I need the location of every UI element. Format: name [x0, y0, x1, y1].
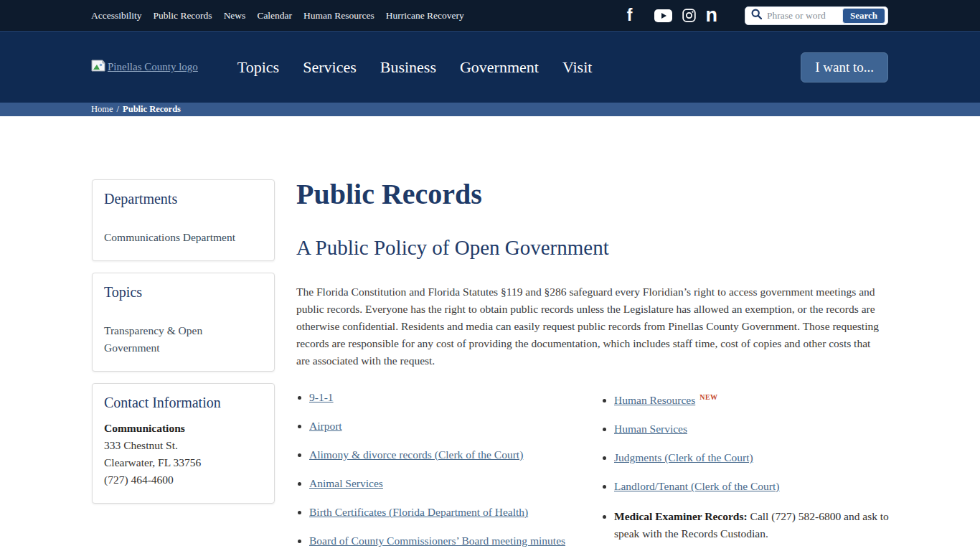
instagram-icon[interactable]: [682, 9, 696, 22]
topics-card: Topics Transparency & Open Government: [92, 273, 275, 372]
topbar-links: AccessibilityPublic RecordsNewsCalendarH…: [91, 10, 464, 22]
logo-alt-text: Pinellas County logo: [108, 61, 198, 73]
records-list-item: 9-1-1: [309, 390, 592, 404]
contact-phone: (727) 464-4600: [104, 471, 263, 489]
departments-heading: Departments: [104, 191, 263, 207]
records-list-item: Judgments (Clerk of the Court): [614, 451, 890, 464]
page-title: Public Records: [296, 179, 890, 209]
social-icons: f n: [627, 7, 717, 24]
main-navbar: Pinellas County logo TopicsServicesBusin…: [0, 31, 980, 103]
site-search: Search: [745, 6, 888, 25]
topbar-link-calendar[interactable]: Calendar: [257, 10, 292, 22]
topbar-link-accessibility[interactable]: Accessibility: [91, 10, 142, 22]
records-link-human-services[interactable]: Human Services: [614, 423, 687, 435]
records-list-item: Human ResourcesNEW: [614, 390, 890, 407]
nav-item-services[interactable]: Services: [303, 58, 357, 77]
nextdoor-icon[interactable]: n: [706, 8, 718, 24]
sidebar-item-transparency-open-government[interactable]: Transparency & Open Government: [104, 322, 219, 357]
search-button[interactable]: Search: [842, 8, 885, 24]
departments-card: Departments Communications Department: [92, 179, 275, 261]
records-list-left: 9-1-1AirportAlimony & divorce records (C…: [296, 390, 592, 551]
records-link-birth-certificates-florida-department-of-health[interactable]: Birth Certificates (Florida Department o…: [309, 506, 528, 518]
contact-heading: Contact Information: [104, 395, 263, 411]
records-link-judgments-clerk-of-the-court[interactable]: Judgments (Clerk of the Court): [614, 451, 753, 463]
records-list-item: Board of County Commissioners’ Board mee…: [309, 534, 592, 547]
primary-nav: TopicsServicesBusinessGovernmentVisit: [237, 58, 593, 77]
main-column: Public Records A Public Policy of Open G…: [296, 179, 890, 551]
nav-item-business[interactable]: Business: [380, 58, 436, 77]
records-list-item: Airport: [309, 419, 592, 433]
records-list-item: Human Services: [614, 422, 890, 435]
contact-address-line2: Clearwater, FL 33756: [104, 454, 263, 471]
sidebar-item-communications-department[interactable]: Communications Department: [104, 229, 263, 246]
logo-link[interactable]: Pinellas County logo: [91, 60, 198, 75]
records-link-animal-services[interactable]: Animal Services: [309, 477, 383, 489]
records-list-right: Human ResourcesNEWHuman ServicesJudgment…: [601, 390, 890, 551]
new-badge: NEW: [699, 393, 717, 401]
records-list-item: Alimony & divorce records (Clerk of the …: [309, 448, 592, 461]
breadcrumb-home-link[interactable]: Home: [91, 104, 113, 115]
contact-card: Contact Information Communications 333 C…: [92, 383, 275, 504]
topbar-right: f n: [627, 6, 888, 25]
breadcrumb-separator: /: [117, 104, 119, 115]
topbar-link-hurricane-recovery[interactable]: Hurricane Recovery: [386, 10, 464, 22]
youtube-icon[interactable]: [654, 9, 672, 22]
records-link-human-resources[interactable]: Human Resources: [614, 394, 695, 406]
records-link-alimony-divorce-records-clerk-of-the-court[interactable]: Alimony & divorce records (Clerk of the …: [309, 448, 523, 461]
page-content: Departments Communications Department To…: [0, 116, 980, 551]
records-link-landlord-tenant-clerk-of-the-court[interactable]: Landlord/Tenant (Clerk of the Court): [614, 480, 780, 492]
records-list-item: Medical Examiner Records: Call (727) 582…: [614, 508, 890, 542]
intro-paragraph: The Florida Constitution and Florida Sta…: [296, 283, 883, 369]
breadcrumb: Home / Public Records: [0, 103, 980, 116]
topics-heading: Topics: [104, 284, 263, 301]
records-link-9-1-1[interactable]: 9-1-1: [309, 391, 334, 403]
records-list-item: Landlord/Tenant (Clerk of the Court): [614, 479, 890, 493]
contact-address-line1: 333 Chestnut St.: [104, 437, 263, 454]
search-input[interactable]: [767, 10, 842, 22]
section-heading: A Public Policy of Open Government: [296, 236, 890, 260]
records-link-board-of-county-commissioners-board-meeting-minutes[interactable]: Board of County Commissioners’ Board mee…: [309, 534, 565, 547]
nav-item-government[interactable]: Government: [460, 58, 539, 77]
facebook-icon[interactable]: f: [627, 7, 633, 24]
records-list-item: Birth Certificates (Florida Department o…: [309, 505, 592, 519]
topbar-link-news[interactable]: News: [224, 10, 246, 22]
topbar-link-human-resources[interactable]: Human Resources: [303, 10, 374, 22]
nav-item-visit[interactable]: Visit: [562, 58, 592, 77]
search-icon: [751, 9, 762, 22]
medical-examiner-note: Medical Examiner Records: Call (727) 582…: [614, 510, 889, 540]
breadcrumb-current: Public Records: [123, 104, 181, 115]
records-lists: 9-1-1AirportAlimony & divorce records (C…: [296, 390, 890, 551]
nav-item-topics[interactable]: Topics: [237, 58, 279, 77]
topbar-link-public-records[interactable]: Public Records: [154, 10, 212, 22]
top-utility-bar: AccessibilityPublic RecordsNewsCalendarH…: [0, 0, 980, 31]
sidebar: Departments Communications Department To…: [92, 179, 275, 551]
broken-image-icon: [91, 60, 105, 75]
contact-name: Communications: [104, 420, 263, 437]
records-list-item: Animal Services: [309, 476, 592, 490]
records-link-airport[interactable]: Airport: [309, 420, 342, 432]
i-want-to-button[interactable]: I want to...: [801, 52, 888, 83]
